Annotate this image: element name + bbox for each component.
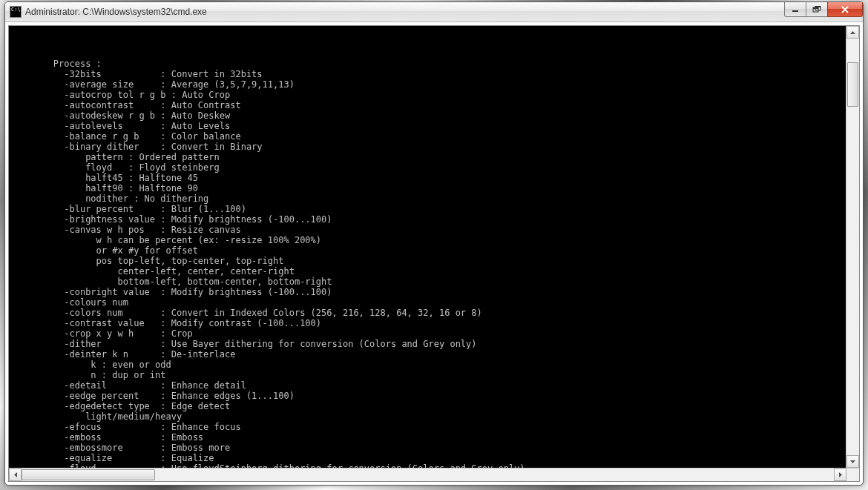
svg-marker-8	[839, 472, 842, 477]
cmd-window: Administrator: C:\Windows\system32\cmd.e…	[4, 1, 864, 486]
close-button[interactable]	[827, 2, 863, 17]
vertical-scrollbar[interactable]	[846, 26, 859, 468]
svg-rect-0	[792, 10, 798, 12]
window-controls	[785, 2, 863, 17]
vertical-scroll-track[interactable]	[846, 39, 859, 455]
svg-marker-5	[850, 31, 855, 34]
client-area: Process : -32bits : Convert in 32bits -a…	[8, 25, 860, 482]
horizontal-scroll-track[interactable]	[22, 469, 834, 481]
horizontal-scroll-thumb[interactable]	[22, 469, 155, 480]
cmd-icon	[10, 6, 22, 18]
vertical-scroll-thumb[interactable]	[847, 62, 858, 107]
scroll-corner	[846, 469, 859, 481]
maximize-button[interactable]	[806, 2, 828, 17]
svg-rect-4	[815, 6, 821, 7]
scroll-down-button[interactable]	[846, 455, 859, 468]
terminal-output[interactable]: Process : -32bits : Convert in 32bits -a…	[9, 26, 846, 468]
svg-marker-6	[850, 460, 855, 463]
horizontal-scrollbar[interactable]	[9, 468, 859, 481]
titlebar[interactable]: Administrator: C:\Windows\system32\cmd.e…	[5, 2, 863, 22]
scroll-right-button[interactable]	[834, 469, 846, 481]
window-title: Administrator: C:\Windows\system32\cmd.e…	[25, 7, 207, 17]
scroll-up-button[interactable]	[846, 26, 859, 39]
scroll-left-button[interactable]	[9, 469, 22, 481]
minimize-button[interactable]	[784, 2, 806, 17]
svg-marker-7	[14, 472, 17, 477]
